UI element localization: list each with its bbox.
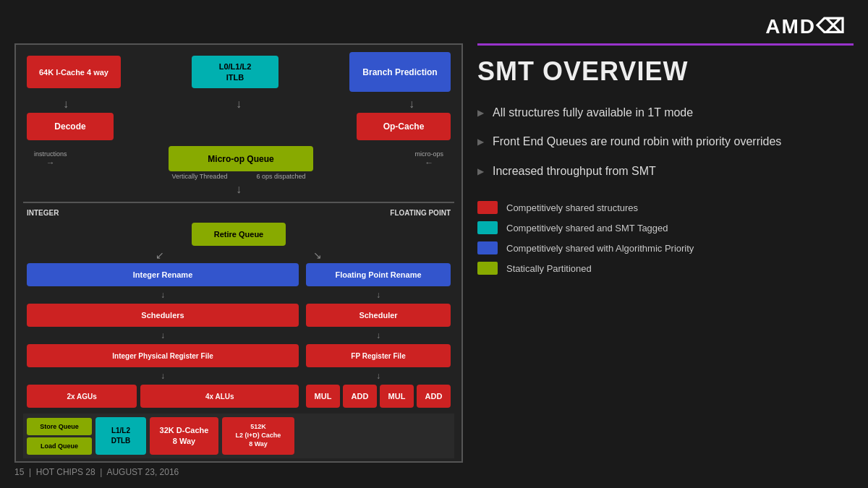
legend: Competitively shared structures Competit…: [477, 201, 854, 275]
footer-event: HOT CHIPS 28: [36, 467, 95, 477]
mul1-box: MUL: [306, 385, 340, 408]
l0l1l2-box: L0/L1/L2 ITLB: [192, 56, 278, 88]
integer-rename-box: Integer Rename: [27, 263, 299, 286]
fp-reg-file-box: FP Register File: [306, 344, 451, 367]
fp-rename-box: Floating Point Rename: [306, 263, 451, 286]
legend-label-2: Competitively shared with Algorithmic Pr…: [506, 243, 694, 254]
legend-color-0: [477, 201, 498, 214]
right-panel: SMT OVERVIEW ▶ All structures fully avai…: [477, 43, 854, 282]
add1-box: ADD: [343, 385, 377, 408]
legend-item-2: Competitively shared with Algorithmic Pr…: [477, 241, 854, 254]
dcache-box: 32K D-Cache 8 Way: [150, 417, 218, 455]
bullet-list: ▶ All structures fully available in 1T m…: [477, 105, 854, 179]
bullet-text-3: Increased throughput from SMT: [493, 163, 656, 179]
bottom-section: INTEGER FLOATING POINT Retire Queue ↙ ↘ …: [23, 202, 454, 458]
retire-queue-box: Retire Queue: [192, 223, 286, 246]
bullet-arrow-1: ▶: [477, 107, 484, 119]
bullet-item-1: ▶ All structures fully available in 1T m…: [477, 105, 854, 121]
microop-queue-box: Micro-op Queue: [169, 146, 313, 171]
branch-prediction-box: Branch Prediction: [349, 52, 451, 92]
footer-page: 15: [14, 467, 24, 477]
section-labels: INTEGER FLOATING POINT: [23, 209, 454, 217]
instructions-label: instructions: [34, 150, 67, 158]
scheduler-box: Scheduler: [306, 304, 451, 327]
retire-arrows: ↙ ↘: [23, 249, 454, 261]
store-load-col: Store Queue Load Queue: [27, 418, 92, 455]
mul2-box: MUL: [380, 385, 414, 408]
legend-label-1: Competitively shared and SMT Tagged: [506, 223, 668, 234]
l2cache-box: 512K L2 (I+D) Cache 8 Way: [222, 417, 294, 455]
integer-label: INTEGER: [27, 209, 59, 217]
legend-item-3: Statically Partitioned: [477, 262, 854, 275]
integer-column: Integer Rename ↓ Schedulers ↓ Integer Ph…: [27, 263, 299, 408]
decode-box: Decode: [27, 113, 114, 140]
agu-box: 2x AGUs: [27, 385, 137, 408]
legend-color-3: [477, 262, 498, 275]
microop-arrow: ↓: [23, 183, 454, 196]
load-queue-box: Load Queue: [27, 437, 92, 455]
bullet-arrow-3: ▶: [477, 166, 484, 178]
alu-box: 4x ALUs: [140, 385, 299, 408]
legend-color-2: [477, 241, 498, 254]
legend-label-0: Competitively shared structures: [506, 202, 638, 213]
legend-label-3: Statically Partitioned: [506, 263, 592, 274]
legend-item-0: Competitively shared structures: [477, 201, 854, 214]
purple-divider: [477, 43, 854, 46]
legend-item-1: Competitively shared and SMT Tagged: [477, 221, 854, 234]
footer: 15 | HOT CHIPS 28 | AUGUST 23, 2016: [14, 467, 179, 477]
top-row: 64K I-Cache 4 way L0/L1/L2 ITLB Branch P…: [23, 52, 454, 92]
legend-color-1: [477, 221, 498, 234]
microops-label: micro-ops: [414, 150, 443, 158]
columns-row: Integer Rename ↓ Schedulers ↓ Integer Ph…: [23, 263, 454, 408]
mul-add-row: MUL ADD MUL ADD: [306, 385, 451, 408]
amd-logo: AMD⌫: [765, 14, 846, 38]
opcache-box: Op-Cache: [357, 113, 451, 140]
microop-area: instructions → Micro-op Queue micro-ops …: [23, 146, 454, 180]
bullet-item-3: ▶ Increased throughput from SMT: [477, 163, 854, 179]
bullet-item-2: ▶ Front End Queues are round robin with …: [477, 134, 854, 150]
store-queue-box: Store Queue: [27, 418, 92, 435]
icache-box: 64K I-Cache 4 way: [27, 56, 121, 88]
smt-title: SMT OVERVIEW: [477, 56, 854, 87]
top-arrows: ↓ ↓ ↓: [23, 98, 454, 111]
bullet-arrow-2: ▶: [477, 136, 484, 148]
bullet-text-1: All structures fully available in 1T mod…: [493, 105, 693, 121]
bullet-text-2: Front End Queues are round robin with pr…: [493, 134, 781, 150]
decode-row: Decode Op-Cache: [23, 113, 454, 140]
agu-alu-row: 2x AGUs 4x ALUs: [27, 385, 299, 408]
schedulers-box: Schedulers: [27, 304, 299, 327]
retire-queue-row: Retire Queue: [23, 223, 454, 246]
footer-date: AUGUST 23, 2016: [106, 467, 179, 477]
fp-column: Floating Point Rename ↓ Scheduler ↓ FP R…: [306, 263, 451, 408]
six-ops-label: 6 ops dispatched: [256, 173, 305, 180]
fp-label: FLOATING POINT: [390, 209, 451, 217]
add2-box: ADD: [417, 385, 451, 408]
diagram-area: 64K I-Cache 4 way L0/L1/L2 ITLB Branch P…: [14, 43, 463, 463]
dtlb-box: L1/L2 DTLB: [95, 417, 146, 455]
bottom-row: Store Queue Load Queue L1/L2 DTLB 32K D-…: [23, 414, 454, 458]
int-reg-file-box: Integer Physical Register File: [27, 344, 299, 367]
vertically-threaded-label: Vertically Threaded: [172, 173, 228, 180]
